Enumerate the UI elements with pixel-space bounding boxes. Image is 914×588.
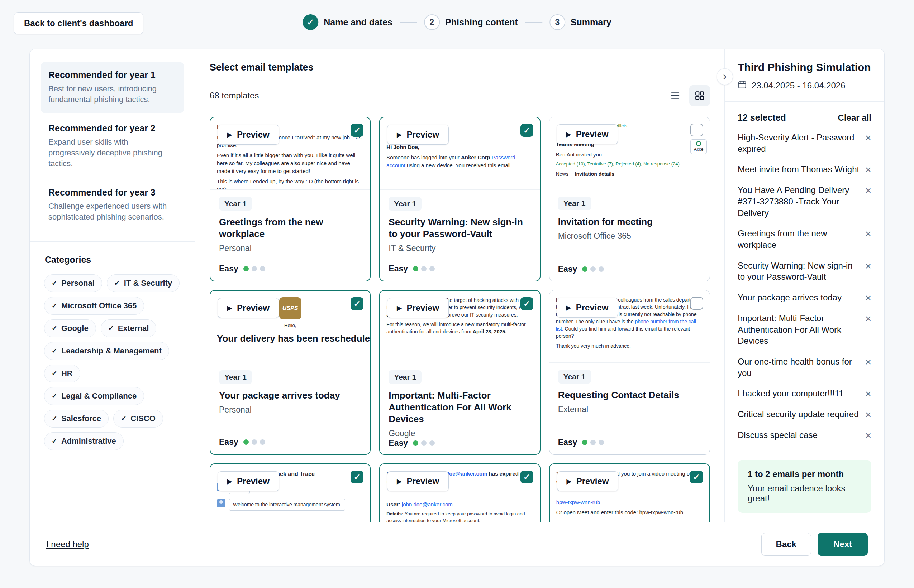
check-icon: ✓ — [52, 324, 57, 332]
remove-icon[interactable]: × — [865, 313, 871, 324]
category-pill-google[interactable]: ✓Google — [44, 320, 96, 337]
selected-item-label: I hacked your computer!!!11 — [737, 388, 844, 399]
template-card-package-arrives[interactable]: ▶Preview ✓ USPS Hello, Your delivery has… — [210, 290, 371, 455]
remove-icon[interactable]: × — [865, 292, 871, 303]
template-checkbox[interactable]: ✓ — [520, 297, 533, 310]
year-badge: Year 1 — [389, 197, 421, 210]
remove-icon[interactable]: × — [865, 184, 871, 196]
template-card-track-and-trace[interactable]: ▶Preview ✓ Track and Trace Hello! Welcom… — [210, 464, 371, 522]
remove-icon[interactable]: × — [865, 388, 871, 399]
grid-view-icon[interactable] — [689, 85, 710, 106]
template-category: Personal — [219, 405, 361, 415]
step-name-and-dates[interactable]: ✓ Name and dates — [303, 15, 392, 30]
step-label: Summary — [570, 17, 611, 27]
help-link[interactable]: I need help — [46, 539, 89, 549]
simulation-date-range: 23.04.2025 - 16.04.2026 — [752, 81, 846, 90]
selected-item: Greetings from the new workplace× — [737, 223, 871, 255]
check-icon: ✓ — [52, 302, 57, 310]
template-card-password-expired[interactable]: ▶Preview ✓ Your password to john.doe@ank… — [379, 464, 540, 522]
simulation-title: Third Phishing Simulation — [737, 61, 871, 73]
preview-button[interactable]: ▶Preview — [217, 298, 279, 318]
year-badge: Year 1 — [219, 370, 252, 384]
category-pill-personal[interactable]: ✓Personal — [44, 274, 102, 292]
template-title: Important: Multi-Factor Authentication F… — [389, 389, 531, 425]
preview-button[interactable]: ▶Preview — [557, 471, 619, 491]
check-icon: ✓ — [121, 414, 126, 423]
list-view-icon[interactable] — [665, 85, 686, 106]
recommendation-year-3[interactable]: Recommended for year 3 Challenge experie… — [41, 179, 184, 231]
template-checkbox[interactable]: ✓ — [350, 297, 363, 310]
category-pill-microsoft-office-365[interactable]: ✓Microsoft Office 365 — [44, 297, 144, 315]
category-pill-administrative[interactable]: ✓Administrative — [44, 432, 124, 450]
template-checkbox[interactable] — [690, 124, 703, 136]
check-icon: ✓ — [52, 369, 57, 378]
category-pill-cisco[interactable]: ✓CISCO — [113, 410, 163, 428]
selected-templates-list: High-Severity Alert - Password expired× … — [737, 127, 871, 455]
template-preview: ▶Preview ✓ Hi John Doe, Someone has logg… — [380, 118, 540, 190]
preview-button[interactable]: ▶Preview — [217, 124, 279, 145]
preview-button[interactable]: ▶Preview — [217, 471, 279, 491]
remove-icon[interactable]: × — [865, 260, 871, 271]
preview-button[interactable]: ▶Preview — [387, 298, 449, 318]
step-label: Phishing content — [445, 17, 518, 27]
template-card-meet-invite[interactable]: ▶Preview ✓ Thomas Wright has invited you… — [549, 464, 710, 522]
template-card-invitation-for-meeting[interactable]: ▶Preview Acce 10:30 No conflicts Teams M… — [549, 117, 710, 281]
template-category: Personal — [219, 244, 361, 253]
template-checkbox[interactable]: ✓ — [350, 470, 363, 483]
check-icon: ✓ — [52, 437, 57, 445]
selected-count: 12 selected — [737, 112, 786, 123]
page-title: Select email templates — [210, 62, 710, 73]
template-count: 68 templates — [210, 90, 259, 101]
category-pill-salesforce[interactable]: ✓Salesforce — [44, 410, 109, 428]
year-badge: Year 1 — [558, 370, 591, 383]
cadence-message: Your email cadence looks great! — [748, 483, 861, 504]
step-label: Name and dates — [324, 17, 392, 27]
template-checkbox[interactable]: ✓ — [690, 470, 703, 483]
step-phishing-content[interactable]: 2 Phishing content — [424, 15, 518, 30]
remove-icon[interactable]: × — [865, 132, 871, 143]
remove-icon[interactable]: × — [865, 164, 871, 175]
template-card-multi-factor-authentication[interactable]: ▶Preview ✓ ...has, unfortunately, been t… — [379, 290, 540, 455]
remove-icon[interactable]: × — [865, 430, 871, 441]
template-card-requesting-contact-details[interactable]: ▶Preview I am looking for one of your co… — [549, 290, 710, 455]
recommendation-year-1[interactable]: Recommended for year 1 Best for new user… — [41, 62, 184, 113]
next-button[interactable]: Next — [818, 533, 868, 556]
template-checkbox[interactable]: ✓ — [350, 124, 363, 137]
preview-button[interactable]: ▶Preview — [387, 471, 449, 491]
template-checkbox[interactable] — [690, 297, 703, 310]
category-pill-leadership-management[interactable]: ✓Leadership & Management — [44, 342, 169, 360]
recommendation-description: Challenge experienced users with sophist… — [49, 201, 177, 223]
template-checkbox[interactable]: ✓ — [520, 470, 533, 483]
template-card-security-warning[interactable]: ▶Preview ✓ Hi John Doe, Someone has logg… — [379, 117, 540, 281]
selected-item: Critical security update required× — [737, 404, 871, 425]
play-icon: ▶ — [397, 478, 402, 485]
accept-button-thumbnail: Acce — [690, 139, 707, 154]
remove-icon[interactable]: × — [865, 228, 871, 239]
remove-icon[interactable]: × — [865, 409, 871, 420]
recommendation-year-2[interactable]: Recommended for year 2 Expand user skill… — [41, 115, 184, 177]
check-icon: ✓ — [52, 414, 57, 423]
template-checkbox[interactable]: ✓ — [520, 124, 533, 137]
difficulty-indicator: Easy — [558, 264, 701, 275]
collapse-panel-button[interactable]: › — [716, 68, 733, 85]
category-pill-legal-compliance[interactable]: ✓Legal & Compliance — [44, 387, 144, 405]
template-preview: ▶Preview ✓ USPS Hello, Your delivery has… — [211, 291, 370, 363]
preview-button[interactable]: ▶Preview — [557, 124, 618, 144]
step-summary[interactable]: 3 Summary — [549, 15, 611, 30]
category-pill-external[interactable]: ✓External — [101, 320, 157, 337]
remove-icon[interactable]: × — [865, 356, 871, 367]
template-category: IT & Security — [389, 244, 531, 253]
category-pill-hr[interactable]: ✓HR — [44, 365, 80, 383]
preview-button[interactable]: ▶Preview — [557, 297, 618, 318]
category-pill-it-security[interactable]: ✓IT & Security — [107, 274, 180, 292]
back-to-dashboard-button[interactable]: Back to client's dashboard — [14, 12, 143, 34]
play-icon: ▶ — [567, 478, 571, 485]
footer-bar: I need help Back Next — [30, 522, 884, 566]
categories-heading: Categories — [41, 255, 184, 265]
selected-item: You Have A Pending Delivery #371-3273880… — [737, 180, 871, 223]
clear-all-button[interactable]: Clear all — [838, 113, 871, 123]
preview-button[interactable]: ▶Preview — [387, 124, 449, 145]
back-button[interactable]: Back — [761, 533, 811, 556]
template-card-greetings-new-workplace[interactable]: ▶Preview ✓ Hello everyone, I promised to… — [210, 117, 371, 281]
difficulty-indicator: Easy — [389, 264, 531, 274]
